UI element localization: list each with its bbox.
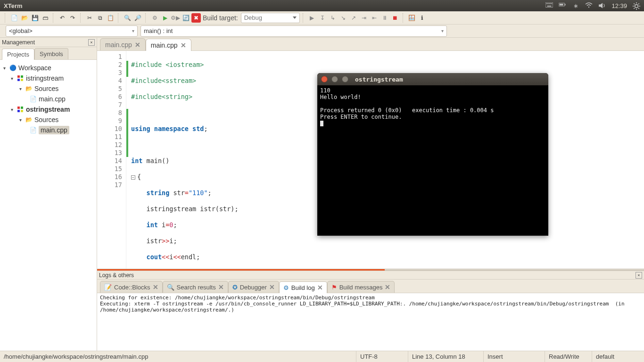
run-button[interactable]: ▶ (160, 13, 170, 23)
toolbar-separator (53, 13, 55, 23)
tree-node-project[interactable]: ▾ ostringstream (2, 104, 95, 115)
paste-button[interactable]: 📋 (106, 13, 115, 23)
fold-toggle[interactable]: − (131, 175, 135, 180)
replace-button[interactable]: 🔎 (133, 13, 142, 23)
svg-rect-27 (21, 110, 23, 112)
close-pane-button[interactable]: × (636, 272, 642, 279)
tree-label: ostringstream (26, 106, 70, 113)
management-panel: Management × Projects Symbols ▾ 🔵 Worksp… (0, 38, 97, 351)
svg-rect-4 (550, 3, 551, 4)
abort-button[interactable]: ✖ (191, 13, 201, 23)
window-close-button[interactable] (321, 76, 328, 82)
close-pane-button[interactable]: × (88, 39, 95, 46)
keyboard-icon[interactable] (545, 2, 553, 9)
tab-debugger[interactable]: ✪Debugger✕ (228, 281, 279, 293)
expand-toggle[interactable]: ▾ (18, 117, 23, 123)
logs-panel: Logs & others × 📝Code::Blocks✕ 🔍Search r… (97, 271, 644, 351)
expand-toggle[interactable]: ▾ (2, 66, 7, 71)
save-all-button[interactable]: 🗃 (41, 13, 50, 23)
find-button[interactable]: 🔍 (123, 13, 132, 23)
project-icon (17, 106, 24, 113)
expand-toggle[interactable]: ▾ (9, 107, 15, 112)
new-file-button[interactable]: 📄 (9, 13, 19, 23)
cut-button[interactable]: ✂ (85, 13, 94, 23)
bluetooth-icon[interactable]: ∗ (572, 2, 579, 9)
battery-icon[interactable] (559, 2, 566, 9)
debug-break-button[interactable]: ⏸ (380, 13, 389, 23)
tree-label: main.cpp (39, 126, 69, 134)
close-tab-button[interactable]: ✕ (218, 283, 224, 291)
close-tab-button[interactable]: ✕ (135, 41, 140, 49)
tree-node-workspace[interactable]: ▾ 🔵 Workspace (2, 63, 95, 73)
tree-node-file[interactable]: 📄 main.cpp (2, 125, 95, 135)
svg-rect-22 (17, 79, 20, 81)
info-button[interactable]: ℹ (418, 13, 427, 23)
chevron-down-icon: ▾ (132, 28, 134, 33)
xterm-titlebar[interactable]: ostringstream (317, 73, 548, 85)
redo-button[interactable]: ↷ (68, 13, 77, 23)
open-file-button[interactable]: 📂 (20, 13, 29, 23)
tab-symbols[interactable]: Symbols (34, 48, 68, 59)
copy-button[interactable]: ⧉ (95, 13, 105, 23)
project-tree[interactable]: ▾ 🔵 Workspace ▾ istringstream ▾ 📂 Source… (0, 60, 97, 351)
svg-line-18 (634, 8, 635, 9)
build-target-select[interactable]: Debug (241, 13, 300, 23)
window-maximize-button[interactable] (342, 76, 348, 82)
rebuild-button[interactable]: 🔄 (181, 13, 190, 23)
close-tab-button[interactable]: ✕ (153, 283, 158, 291)
svg-rect-0 (545, 2, 553, 8)
gear-icon[interactable] (633, 2, 640, 9)
close-tab-button[interactable]: ✕ (269, 283, 275, 291)
function-select[interactable]: main() : int ▾ (140, 25, 447, 37)
window-minimize-button[interactable] (331, 76, 338, 82)
tree-node-project[interactable]: ▾ istringstream (2, 73, 95, 83)
debug-next-line-button[interactable]: ↳ (328, 13, 338, 23)
clock[interactable]: 12:39 (611, 2, 627, 9)
tab-codeblocks[interactable]: 📝Code::Blocks✕ (100, 281, 163, 293)
file-icon: 📄 (29, 95, 37, 103)
tree-node-folder[interactable]: ▾ 📂 Sources (2, 83, 95, 94)
debug-run-to-cursor-button[interactable]: ↧ (318, 13, 327, 23)
close-tab-button[interactable]: ✕ (317, 284, 323, 291)
xterm-title: ostringstream (355, 76, 403, 83)
scope-select[interactable]: <global> ▾ (6, 25, 138, 37)
xterm-window[interactable]: ostringstream 110 Hello world! Process r… (317, 73, 548, 236)
undo-button[interactable]: ↶ (58, 13, 67, 23)
debug-next-instr-button[interactable]: ⇥ (359, 13, 369, 23)
close-tab-button[interactable]: ✕ (181, 41, 186, 49)
tab-build-log[interactable]: ⚙Build log✕ (279, 281, 327, 293)
file-icon: 📄 (29, 126, 37, 134)
toolbar-grip[interactable] (5, 13, 7, 23)
chevron-down-icon: ▾ (441, 28, 444, 33)
debug-step-out-button[interactable]: ↗ (349, 13, 358, 23)
svg-rect-24 (17, 107, 20, 109)
volume-icon[interactable] (598, 2, 606, 9)
debug-step-into-button[interactable]: ↘ (339, 13, 348, 23)
debug-windows-button[interactable]: 🪟 (407, 13, 417, 23)
svg-rect-20 (17, 75, 20, 78)
svg-line-16 (634, 3, 635, 4)
svg-rect-26 (17, 110, 20, 112)
status-encoding: UTF-8 (356, 351, 408, 362)
editor-tab[interactable]: main.cpp ✕ (100, 38, 146, 50)
wifi-icon[interactable] (585, 2, 593, 9)
editor-tab[interactable]: main.cpp ✕ (146, 39, 191, 51)
tree-node-file[interactable]: 📄 main.cpp (2, 94, 95, 104)
close-tab-button[interactable]: ✕ (385, 283, 390, 291)
expand-toggle[interactable]: ▾ (18, 86, 23, 91)
debug-stop-button[interactable]: ⏹ (390, 13, 400, 23)
build-log-output[interactable]: Checking for existence: /home/chujiangke… (97, 293, 644, 351)
tab-search-results[interactable]: 🔍Search results✕ (163, 281, 228, 293)
save-button[interactable]: 💾 (30, 13, 40, 23)
xterm-output[interactable]: 110 Hello world! Process returned 0 (0x0… (317, 85, 548, 129)
debug-start-button[interactable]: ▶ (307, 13, 317, 23)
tab-build-messages[interactable]: ⚑Build messages✕ (327, 281, 395, 293)
build-button[interactable]: ⚙ (150, 13, 159, 23)
tab-projects[interactable]: Projects (2, 49, 34, 60)
toolbar-separator (80, 13, 82, 23)
debug-step-instr-button[interactable]: ⇤ (370, 13, 379, 23)
build-run-button[interactable]: ⚙▶ (171, 13, 180, 23)
tree-label: istringstream (26, 74, 64, 82)
expand-toggle[interactable]: ▾ (9, 76, 15, 81)
tree-node-folder[interactable]: ▾ 📂 Sources (2, 115, 95, 125)
